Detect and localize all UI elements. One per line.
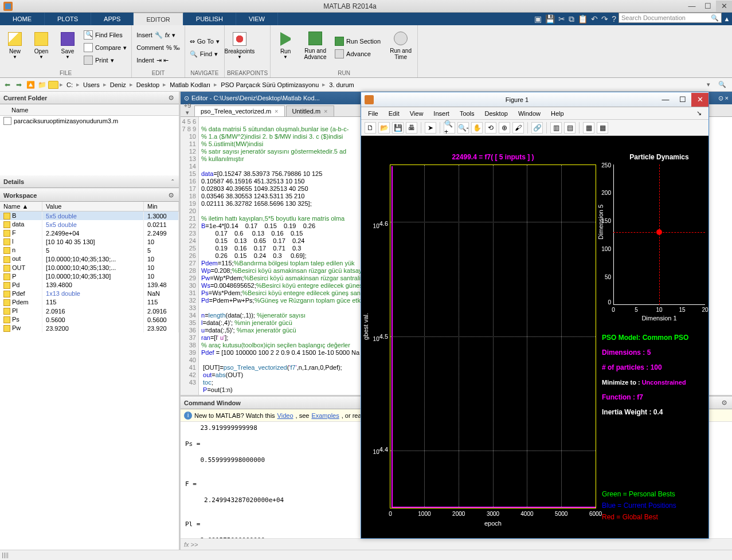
panel-menu-button[interactable]: ⊙ [720, 399, 729, 406]
open-button[interactable]: Open▼ [29, 26, 54, 65]
figure-canvas[interactable]: 22499.4 = f7( [ 5 inputs ] ) 104.6 104.5… [361, 136, 708, 538]
fig-open-icon[interactable]: 📂 [378, 122, 390, 134]
workspace-row[interactable]: B5x5 double1.3000 [0, 212, 179, 221]
path-dropdown[interactable]: ▾ [703, 81, 714, 88]
nav-fwd-button[interactable]: ➡ [14, 80, 24, 90]
pan-icon[interactable]: ✋ [471, 122, 483, 134]
col-header[interactable]: Min [143, 202, 178, 212]
run-time-button[interactable]: Run and Time [386, 26, 415, 65]
comment-button[interactable]: Comment % ‰ [134, 41, 182, 54]
workspace-row[interactable]: Pw23.920023.920 [0, 324, 179, 332]
save-button[interactable]: Save▼ [55, 26, 80, 65]
panel-menu-button[interactable]: ⊙ [167, 191, 175, 199]
fig-minimize-button[interactable]: — [657, 93, 674, 107]
path-search-icon[interactable]: 🔍 [715, 81, 730, 88]
qat-redo-icon[interactable]: ↷ [601, 14, 608, 24]
brush-icon[interactable]: 🖌 [512, 122, 524, 134]
new-tab-button[interactable]: +9▾ [181, 102, 194, 116]
workspace-row[interactable]: F2.2499e+042.2499 [0, 229, 179, 237]
nav-menu-button[interactable]: 📁 [37, 80, 47, 90]
workspace-row[interactable]: OUT[10.0000;10;40;35;130;...10 [0, 264, 179, 272]
advance-button[interactable]: Advance [332, 48, 385, 60]
crumb[interactable]: 3. durum [327, 81, 356, 88]
run-button[interactable]: Run▼ [273, 26, 298, 65]
fig-save-icon[interactable]: 💾 [392, 122, 404, 134]
command-prompt[interactable]: fx >> [181, 538, 732, 550]
fig-help-icon[interactable]: ↘ [692, 108, 706, 118]
crumb[interactable]: Matlab Kodları [167, 81, 213, 88]
tab-publish[interactable]: PUBLISH [183, 13, 236, 25]
close-tab-icon[interactable]: × [324, 108, 327, 115]
show-tools-icon[interactable]: ▦ [597, 122, 608, 134]
workspace-row[interactable]: Pdef1x13 doubleNaN [0, 289, 179, 298]
qat-icon[interactable]: ▣ [534, 14, 542, 24]
workspace-row[interactable]: l[10 10 40 35 130]10 [0, 237, 179, 246]
fig-print-icon[interactable]: 🖶 [406, 122, 417, 134]
menu-view[interactable]: View [405, 109, 428, 118]
pointer-icon[interactable]: ➤ [425, 122, 436, 134]
workspace-row[interactable]: Pdem115115 [0, 298, 179, 307]
crumb[interactable]: Desktop [134, 81, 162, 88]
tab-plots[interactable]: PLOTS [45, 13, 91, 25]
details-expand-button[interactable]: ˆ [170, 178, 175, 185]
fig-maximize-button[interactable]: ☐ [674, 93, 691, 107]
figure-window[interactable]: Figure 1 — ☐ ✕ File Edit View Insert Too… [361, 92, 709, 539]
find-files-button[interactable]: Find Files [81, 29, 129, 41]
video-link[interactable]: Video [277, 412, 293, 419]
link-icon[interactable]: 🔗 [531, 122, 543, 134]
crumb[interactable]: Users [81, 81, 102, 88]
nav-up-button[interactable]: 🔼 [25, 80, 36, 90]
fig-close-button[interactable]: ✕ [691, 93, 708, 107]
workspace-row[interactable]: Ps0.56000.5600 [0, 315, 179, 324]
menu-insert[interactable]: Insert [429, 109, 454, 118]
workspace-row[interactable]: n55 [0, 246, 179, 254]
insert-button[interactable]: Insert 🔧 fx ▾ [134, 29, 182, 41]
indent-button[interactable]: Indent ⇥ ⇤ [134, 54, 182, 66]
qat-copy-icon[interactable]: ⧉ [569, 14, 574, 24]
menu-tools[interactable]: Tools [455, 109, 479, 118]
search-icon[interactable]: 🔍 [711, 14, 719, 22]
run-advance-button[interactable]: Run and Advance [299, 26, 331, 65]
tab-editor[interactable]: EDITOR [134, 13, 183, 25]
rotate-icon[interactable]: ⟲ [485, 122, 496, 134]
nav-back-button[interactable]: ⬅ [2, 80, 13, 90]
zoom-out-icon[interactable]: 🔍- [457, 122, 469, 134]
close-button[interactable]: ✕ [716, 1, 732, 12]
menu-file[interactable]: File [363, 109, 383, 118]
maximize-button[interactable]: ☐ [700, 1, 716, 12]
plot2-axes[interactable]: 250200150100500 05101520 [613, 165, 705, 305]
panel-menu-button[interactable]: ⊙ [167, 94, 175, 101]
col-header[interactable]: Value [42, 202, 144, 212]
breakpoints-button[interactable]: Breakpoints▼ [227, 26, 252, 65]
menu-desktop[interactable]: Desktop [480, 109, 512, 118]
qat-undo-icon[interactable]: ↶ [591, 14, 598, 24]
compare-button[interactable]: Compare ▾ [81, 41, 129, 54]
minimize-button[interactable]: — [684, 1, 700, 12]
workspace-row[interactable]: Pd139.4800139.48 [0, 281, 179, 289]
fig-new-icon[interactable]: 🗋 [365, 122, 376, 134]
workspace-row[interactable]: out[10.0000;10;40;35;130;...10 [0, 254, 179, 263]
zoom-in-icon[interactable]: 🔍+ [444, 122, 455, 134]
menu-help[interactable]: Help [546, 109, 569, 118]
search-documentation[interactable]: Search Documentation 🔍 [619, 13, 722, 23]
crumb[interactable]: C: [64, 81, 75, 88]
qat-save-icon[interactable]: 💾 [545, 14, 555, 24]
editor-tab[interactable]: pso_Trelea_vectorized.m× [194, 105, 285, 116]
colorbar-icon[interactable]: ▥ [550, 122, 562, 134]
tab-apps[interactable]: APPS [91, 13, 134, 25]
menu-edit[interactable]: Edit [384, 109, 404, 118]
menu-window[interactable]: Window [514, 109, 545, 118]
find-button[interactable]: 🔍 Find ▾ [187, 48, 222, 60]
new-button[interactable]: New▼ [2, 26, 28, 65]
workspace-row[interactable]: P[10.0000;10;40;35;130]10 [0, 272, 179, 281]
print-button[interactable]: Print ▾ [81, 54, 129, 66]
workspace-table[interactable]: Name ▲ValueMin B5x5 double1.3000data5x5 … [0, 202, 179, 332]
qat-help-icon[interactable]: ? [612, 14, 616, 24]
col-header[interactable]: Name ▲ [0, 202, 42, 212]
examples-link[interactable]: Examples [311, 412, 339, 419]
workspace-row[interactable]: data5x5 double0.0211 [0, 220, 179, 229]
ribbon-collapse-button[interactable]: ▲ [722, 13, 732, 25]
figure-titlebar[interactable]: Figure 1 — ☐ ✕ [361, 92, 708, 107]
datacursor-icon[interactable]: ⊕ [499, 122, 510, 134]
qat-cut-icon[interactable]: ✂ [558, 14, 565, 24]
